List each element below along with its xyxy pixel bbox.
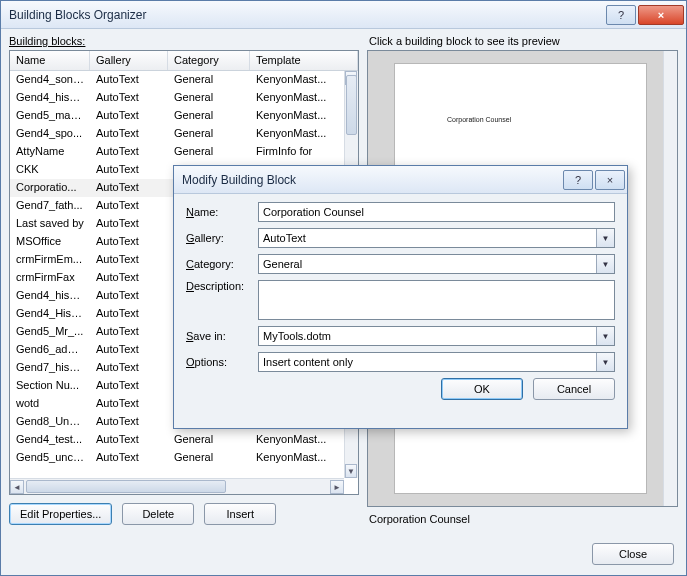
modal-titlebar[interactable]: Modify Building Block ? × — [174, 166, 627, 194]
scroll-right-icon[interactable]: ► — [330, 480, 344, 494]
col-gallery[interactable]: Gallery — [90, 51, 168, 70]
chevron-down-icon[interactable]: ▼ — [596, 255, 614, 273]
table-row[interactable]: Gend5_uncl...AutoTextGeneralKenyonMast..… — [10, 449, 344, 467]
savein-label: Save in: — [186, 330, 258, 342]
titlebar[interactable]: Building Blocks Organizer ? × — [1, 1, 686, 29]
scroll-down-icon[interactable]: ▼ — [345, 464, 357, 478]
chevron-down-icon[interactable]: ▼ — [596, 353, 614, 371]
preview-hint: Click a building block to see its previe… — [369, 35, 678, 47]
col-template[interactable]: Template — [250, 51, 358, 70]
modal-close-button[interactable]: × — [595, 170, 625, 190]
ok-button[interactable]: OK — [441, 378, 523, 400]
preview-scrollbar[interactable] — [663, 51, 677, 506]
col-name[interactable]: Name — [10, 51, 90, 70]
building-blocks-label: Building blocks: — [9, 35, 359, 47]
window-close-button[interactable]: × — [638, 5, 684, 25]
gallery-dropdown[interactable]: AutoText▼ — [258, 228, 615, 248]
gallery-label: Gallery: — [186, 232, 258, 244]
table-row[interactable]: Gend4_son_...AutoTextGeneralKenyonMast..… — [10, 71, 344, 89]
table-row[interactable]: Gend4_test...AutoTextGeneralKenyonMast..… — [10, 431, 344, 449]
col-category[interactable]: Category — [168, 51, 250, 70]
list-header[interactable]: Name Gallery Category Template — [10, 51, 358, 71]
table-row[interactable]: Gend4_his_...AutoTextGeneralKenyonMast..… — [10, 89, 344, 107]
savein-dropdown[interactable]: MyTools.dotm▼ — [258, 326, 615, 346]
table-row[interactable]: Gend4_spo...AutoTextGeneralKenyonMast... — [10, 125, 344, 143]
hscroll-thumb[interactable] — [26, 480, 226, 493]
name-label: Name: — [186, 206, 258, 218]
options-dropdown[interactable]: Insert content only▼ — [258, 352, 615, 372]
organizer-window: Building Blocks Organizer ? × Building b… — [0, 0, 687, 576]
help-button[interactable]: ? — [606, 5, 636, 25]
delete-button[interactable]: Delete — [122, 503, 194, 525]
category-dropdown[interactable]: General▼ — [258, 254, 615, 274]
modal-help-button[interactable]: ? — [563, 170, 593, 190]
description-label: Description: — [186, 280, 258, 292]
scroll-left-icon[interactable]: ◄ — [10, 480, 24, 494]
table-row[interactable]: AttyNameAutoTextGeneralFirmInfo for — [10, 143, 344, 161]
preview-content-text: Corporation Counsel — [447, 116, 511, 123]
name-field[interactable]: Corporation Counsel — [258, 202, 615, 222]
insert-button[interactable]: Insert — [204, 503, 276, 525]
window-title: Building Blocks Organizer — [9, 8, 604, 22]
chevron-down-icon[interactable]: ▼ — [596, 327, 614, 345]
modify-building-block-dialog: Modify Building Block ? × Name: Corporat… — [173, 165, 628, 429]
options-label: Options: — [186, 356, 258, 368]
preview-caption: Corporation Counsel — [369, 513, 676, 525]
chevron-down-icon[interactable]: ▼ — [596, 229, 614, 247]
description-field[interactable] — [258, 280, 615, 320]
category-label: Category: — [186, 258, 258, 270]
edit-properties-button[interactable]: Edit Properties... — [9, 503, 112, 525]
modal-title: Modify Building Block — [182, 173, 561, 187]
scroll-thumb[interactable] — [346, 75, 357, 135]
close-button[interactable]: Close — [592, 543, 674, 565]
table-row[interactable]: Gend5_man...AutoTextGeneralKenyonMast... — [10, 107, 344, 125]
cancel-button[interactable]: Cancel — [533, 378, 615, 400]
list-horizontal-scrollbar[interactable]: ◄ ► — [10, 478, 344, 494]
